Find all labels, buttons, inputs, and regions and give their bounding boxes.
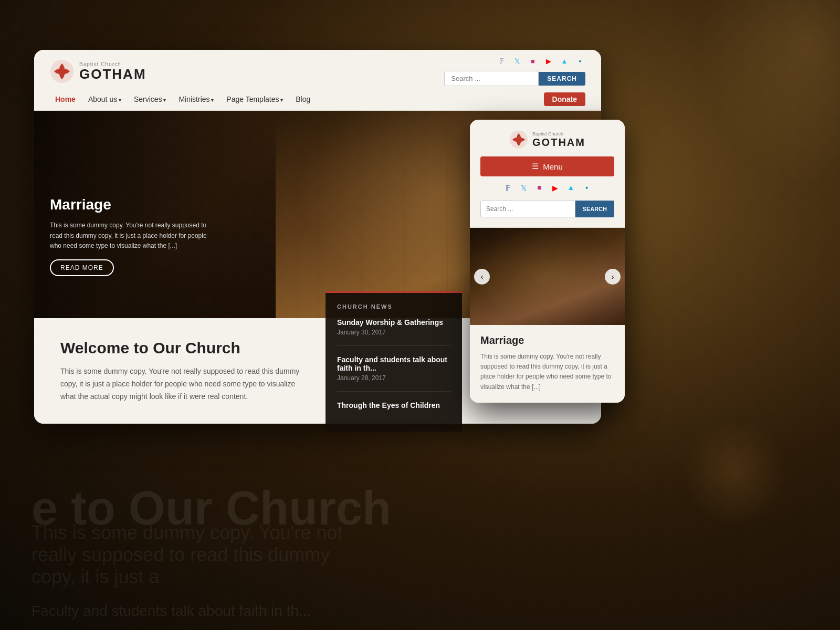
mobile-logo-title: GOTHAM	[532, 136, 585, 149]
bg-small-text: This is some dummy copy. You're not real…	[32, 522, 346, 588]
mobile-card-title: Marriage	[480, 334, 614, 346]
linkedin-icon[interactable]: ▪	[575, 56, 585, 67]
twitter-icon[interactable]: 𝕏	[512, 56, 522, 67]
church-news-panel: CHURCH NEWS Sunday Worship & Gatherings …	[326, 291, 462, 432]
nav-item-home[interactable]: Home	[50, 93, 81, 106]
vimeo-icon[interactable]: ▲	[559, 56, 570, 67]
mobile-menu-button[interactable]: ☰ Menu	[480, 156, 614, 176]
mobile-slider: ‹ ›	[470, 228, 625, 325]
social-icons-bar: 𝔽 𝕏 ■ ▶ ▲ ▪	[496, 56, 585, 67]
mobile-instagram-icon[interactable]: ■	[534, 183, 545, 193]
header-right: 𝔽 𝕏 ■ ▶ ▲ ▪ SEARCH	[444, 56, 585, 86]
mobile-vimeo-icon[interactable]: ▲	[566, 183, 576, 193]
mobile-search-button[interactable]: SEARCH	[575, 201, 614, 217]
mobile-social-icons: 𝔽 𝕏 ■ ▶ ▲ ▪	[503, 183, 592, 193]
mobile-linkedin-icon[interactable]: ▪	[582, 183, 592, 193]
welcome-text: This is some dummy copy. You're not real…	[60, 365, 312, 403]
mobile-search-bar: SEARCH	[480, 201, 614, 217]
bg-light-effect-1	[682, 0, 840, 210]
hero-title: Marriage	[50, 196, 207, 213]
mobile-logo-text: Baptist Church GOTHAM	[532, 131, 585, 149]
bg-light-effect-2	[682, 420, 788, 525]
bg-extra-text: Faculty and students talk about faith in…	[32, 603, 311, 620]
news-title-2[interactable]: Faculty and students talk about faith in…	[337, 355, 450, 372]
header-top-row: Baptist Church GOTHAM 𝔽 𝕏 ■ ▶ ▲ ▪ SEARCH	[50, 56, 585, 86]
read-more-button[interactable]: READ MORE	[50, 259, 114, 276]
slider-prev-button[interactable]: ‹	[474, 269, 490, 285]
logo-area[interactable]: Baptist Church GOTHAM	[50, 59, 146, 83]
news-item-2: Faculty and students talk about faith in…	[337, 355, 450, 392]
news-item-3: Through the Eyes of Children	[337, 401, 450, 421]
mobile-card: Marriage This is some dummy copy. You're…	[470, 325, 625, 403]
hero-left-panel: Marriage This is some dummy copy. You're…	[34, 111, 276, 318]
main-nav: Home About us Services Ministries Page T…	[50, 90, 585, 106]
facebook-icon[interactable]: 𝔽	[496, 56, 507, 67]
slider-next-button[interactable]: ›	[605, 269, 621, 285]
news-date-2: January 28, 2017	[337, 374, 450, 382]
search-input[interactable]	[444, 71, 539, 86]
header-search-bar: SEARCH	[444, 71, 585, 86]
news-title-1[interactable]: Sunday Worship & Gatherings	[337, 318, 450, 327]
logo-text-group: Baptist Church GOTHAM	[79, 61, 146, 81]
news-item-1: Sunday Worship & Gatherings January 30, …	[337, 318, 450, 346]
mobile-browser-window: Baptist Church GOTHAM ☰ Menu 𝔽 𝕏 ■ ▶ ▲ ▪…	[470, 120, 625, 403]
mobile-slider-image	[470, 228, 625, 325]
nav-item-ministries[interactable]: Ministries	[173, 93, 219, 106]
mobile-twitter-icon[interactable]: 𝕏	[519, 183, 529, 193]
mobile-facebook-icon[interactable]: 𝔽	[503, 183, 513, 193]
mobile-youtube-icon[interactable]: ▶	[550, 183, 561, 193]
logo-icon	[50, 59, 74, 83]
site-header: Baptist Church GOTHAM 𝔽 𝕏 ■ ▶ ▲ ▪ SEARCH	[34, 50, 601, 111]
search-button[interactable]: SEARCH	[539, 72, 585, 86]
youtube-icon[interactable]: ▶	[543, 56, 554, 67]
mobile-logo-area[interactable]: Baptist Church GOTHAM	[509, 130, 585, 149]
nav-item-about[interactable]: About us	[83, 93, 127, 106]
news-date-1: January 30, 2017	[337, 329, 450, 336]
hero-content: Marriage This is some dummy copy. You're…	[50, 196, 207, 276]
logo-title: GOTHAM	[79, 67, 146, 81]
mobile-logo-icon	[509, 130, 528, 149]
nav-item-donate[interactable]: Donate	[544, 92, 585, 106]
church-news-label: CHURCH NEWS	[337, 303, 450, 310]
hamburger-icon: ☰	[532, 162, 539, 171]
menu-label: Menu	[543, 162, 563, 171]
instagram-icon[interactable]: ■	[528, 56, 538, 67]
mobile-search-input[interactable]	[480, 201, 575, 217]
news-title-3[interactable]: Through the Eyes of Children	[337, 401, 450, 410]
nav-item-services[interactable]: Services	[129, 93, 171, 106]
mobile-header: Baptist Church GOTHAM ☰ Menu 𝔽 𝕏 ■ ▶ ▲ ▪…	[470, 120, 625, 228]
nav-item-page-templates[interactable]: Page Templates	[221, 93, 288, 106]
mobile-card-text: This is some dummy copy. You're not real…	[480, 352, 614, 392]
mobile-logo-subtitle: Baptist Church	[532, 131, 585, 136]
hero-description: This is some dummy copy. You're not real…	[50, 220, 207, 251]
nav-item-blog[interactable]: Blog	[290, 93, 316, 106]
